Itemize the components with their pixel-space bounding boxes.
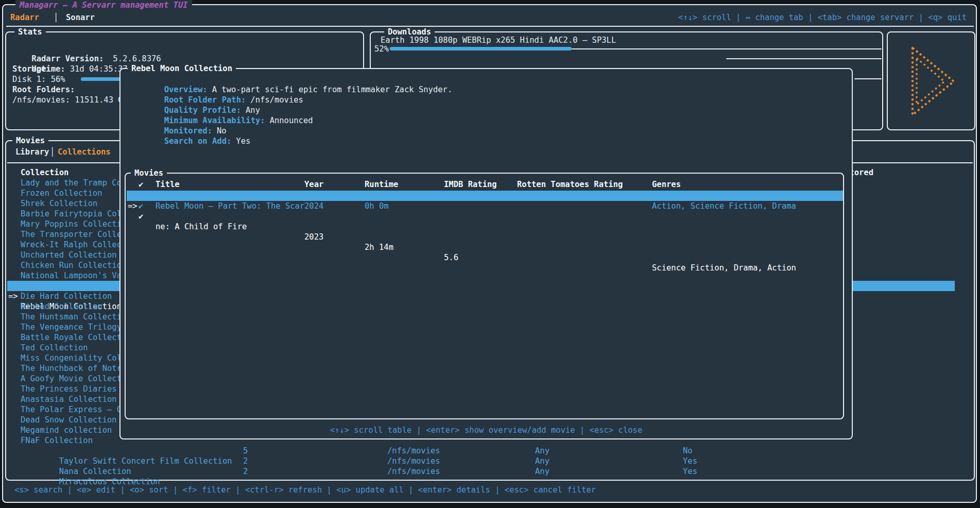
modal-field-label: Monitored: [164, 126, 212, 136]
disk-usage-label: Disk 1: 56% [12, 74, 65, 84]
tab-separator: │ [54, 12, 58, 23]
collection-row[interactable]: National Lampoon's Va [21, 270, 122, 281]
download-percent-label: 52% [374, 44, 389, 54]
modal-help-keybindings: <↑↓> scroll table | <enter> show overvie… [121, 425, 852, 435]
header-imdb-rating: IMDB Rating [444, 179, 497, 190]
collection-row[interactable]: The Polar Express – C [21, 404, 122, 415]
cell-movie-imdb: 5.6 [444, 252, 458, 263]
header-separator [6, 26, 974, 27]
cell-root-folder: /nfs/movies [387, 466, 440, 477]
tab-radarr[interactable]: Radarr [10, 12, 39, 23]
header-check-icon: ✔ [139, 179, 143, 190]
cell-root-folder: /nfs/movies [387, 456, 440, 466]
collection-rows-below: Die Hard CollectionWicked CollectionThe … [21, 291, 122, 446]
check-icon: ✔ [139, 201, 143, 211]
app-title: Managarr – A Servarr management TUI [15, 0, 192, 10]
cell-quality-profile: Any [535, 446, 549, 456]
header-runtime: Runtime [365, 179, 398, 190]
collection-rows-full: Taylor Swift Concert Film Collection 5 /… [21, 446, 845, 477]
modal-field-value: A two-part sci-fi epic from filmmaker Za… [208, 85, 453, 94]
tab-library[interactable]: Library [15, 147, 49, 157]
check-icon: ✔ [139, 211, 143, 222]
collection-row[interactable]: Taylor Swift Concert Film Collection 5 /… [21, 446, 845, 456]
header-genres: Genres [652, 179, 681, 190]
collection-row[interactable]: Mary Poppins Collecti [21, 219, 122, 229]
collection-row[interactable]: A Goofy Movie Collect [21, 374, 122, 384]
modal-title: Rebel Moon Collection [128, 63, 236, 74]
tab-sonarr[interactable]: Sonarr [66, 12, 95, 23]
movies-tab-separator-1: │ [50, 147, 55, 157]
bottom-help-keybindings: <s> search | <e> edit | <o> sort | <f> f… [14, 485, 596, 495]
cell-number-of-movies: 2 [243, 456, 248, 466]
root-folders-label: Root Folders: [12, 84, 75, 95]
cell-search-on-add: Yes [683, 466, 697, 477]
movie-row-selected[interactable]: => ✔ ne: A Child of Fire 2023 2h 14m 5.6… [127, 191, 843, 201]
modal-field-label: Overview: [164, 85, 208, 94]
collection-row[interactable]: Die Hard Collection [21, 291, 122, 301]
modal-movies-table: Movies ✔ Title Year Runtime IMDB Rating … [125, 173, 844, 419]
modal-field-value: Announced [265, 116, 313, 125]
collection-row[interactable]: Wicked Collection [21, 301, 122, 312]
modal-field-value: Any [241, 106, 260, 115]
collection-row[interactable]: Lady and the Tramp Co [21, 178, 122, 188]
header-rotten-tomatoes-rating: Rotten Tomatoes Rating [517, 179, 623, 190]
tab-collections[interactable]: Collections [58, 147, 111, 157]
selection-arrow-icon: => [8, 291, 18, 301]
collection-row[interactable]: Shrek Collection [21, 198, 122, 209]
download-gauge-track-3 [854, 78, 882, 79]
collection-row[interactable]: Dead Snow Collection [21, 415, 122, 425]
collection-row[interactable]: Chicken Run Collectio [21, 260, 122, 270]
modal-field-label: Root Folder Path: [164, 95, 246, 105]
collection-row[interactable]: Wreck-It Ralph Collec [21, 240, 122, 250]
cell-movie-runtime: 2h 14m [365, 242, 393, 252]
cell-number-of-movies: 2 [243, 466, 248, 477]
collection-row[interactable]: Anastasia Collection [21, 394, 122, 404]
cell-quality-profile: Any [535, 466, 549, 477]
cell-movie-year: 2024 [304, 201, 323, 211]
collection-row[interactable]: The Princess Diaries [21, 384, 122, 394]
cell-movie-title: ne: A Child of Fire [156, 222, 247, 232]
storage-label: Storage: [12, 64, 51, 74]
collection-row[interactable]: Uncharted Collection [21, 250, 122, 260]
modal-field-value: Yes [231, 137, 250, 146]
collection-row[interactable]: The Huntsman Collecti [21, 312, 122, 322]
collection-row[interactable]: FNaF Collection [21, 435, 122, 446]
header-year: Year [304, 179, 323, 190]
download-gauge-track [572, 48, 882, 49]
collection-row[interactable]: The Hunchback of Notr [21, 363, 122, 374]
cell-movie-year: 2023 [304, 232, 323, 242]
collection-row[interactable]: Battle Royale Collect [21, 332, 122, 343]
cell-root-folder: /nfs/movies [387, 446, 440, 456]
movie-row[interactable]: ✔ Rebel Moon – Part Two: The Scar 2024 0… [128, 201, 843, 211]
cell-number-of-movies: 5 [243, 446, 248, 456]
collection-row[interactable]: The Transporter Colle [21, 229, 122, 240]
collection-row[interactable]: Miraculous Collection 2 /nfs/movies Any … [21, 466, 845, 477]
collection-rows-above: Lady and the Tramp CoFrozen CollectionSh… [21, 178, 122, 281]
cell-search-on-add: Yes [683, 456, 697, 466]
collection-row[interactable]: The Vengeance Trilogy [21, 322, 122, 332]
top-help-keybindings: <↑↓> scroll | ↔ change tab | <tab> chang… [678, 12, 967, 23]
collection-row[interactable]: Megamind collection [21, 425, 122, 435]
logo-panel [887, 31, 975, 130]
header-title: Title [156, 179, 180, 190]
collection-row[interactable]: Barbie Fairytopia Col [21, 209, 122, 219]
column-header-collection: Collection [21, 167, 68, 178]
modal-field-label: Search on Add: [164, 137, 232, 146]
collection-row[interactable]: Nana Collection 2 /nfs/movies Any Yes [21, 456, 845, 466]
cell-quality-profile: Any [535, 456, 549, 466]
modal-field-value: No [212, 126, 227, 136]
modal-movies-table-title: Movies [131, 168, 167, 178]
modal-field-label: Quality Profile: [164, 106, 241, 115]
download-item-name: Earth 1998 1080p WEBRip x265 Hindi AAC2.… [381, 35, 616, 45]
collection-row[interactable]: Frozen Collection [21, 188, 122, 198]
cell-movie-genres: Science Fiction, Drama, Action [652, 263, 796, 273]
collection-details-modal: Rebel Moon Collection Overview:A two-par… [119, 68, 853, 439]
movies-panel-title: Movies [12, 136, 48, 146]
download-gauge [390, 47, 572, 50]
collection-row[interactable]: Miss Congeniality Col [21, 353, 122, 363]
modal-field-label: Minimum Availability: [164, 116, 265, 125]
cell-movie-genres: Action, Science Fiction, Drama [652, 201, 796, 211]
root-folder-value: /nfs/movies: 11511.43 GB [12, 95, 128, 105]
collection-row[interactable]: Ted Collection [21, 343, 122, 353]
download-gauge-track-2 [726, 58, 882, 59]
